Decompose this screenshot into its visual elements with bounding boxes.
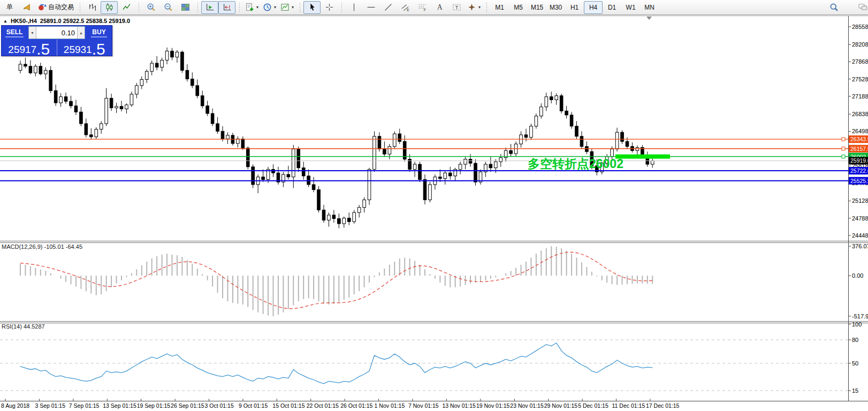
svg-text:13 Nov 01:15: 13 Nov 01:15 bbox=[442, 402, 476, 409]
chart-shift-button[interactable] bbox=[218, 1, 235, 14]
macd-indicator-label: MACD(12,26,9) -105.01 -64.45 bbox=[2, 243, 82, 250]
chat-icon bbox=[858, 3, 867, 12]
tf-M15-button[interactable]: M15 bbox=[528, 1, 546, 14]
horizontal-line-button[interactable] bbox=[362, 1, 379, 14]
shift-marker-icon[interactable] bbox=[646, 17, 652, 20]
fibonacci-button[interactable]: F bbox=[414, 1, 431, 14]
svg-text:80: 80 bbox=[852, 337, 858, 343]
svg-text:29 Nov 01:15: 29 Nov 01:15 bbox=[544, 402, 578, 409]
indicators-button[interactable]: ▾ bbox=[243, 1, 261, 14]
auto-scroll-button[interactable] bbox=[201, 1, 218, 14]
alert-horn-button[interactable] bbox=[18, 1, 35, 14]
horizontal-lines[interactable] bbox=[0, 138, 848, 181]
text-label-button[interactable]: T bbox=[448, 1, 465, 14]
svg-text:26343.9: 26343.9 bbox=[850, 136, 868, 142]
line-handle[interactable] bbox=[842, 155, 845, 158]
vertical-line-button[interactable] bbox=[345, 1, 362, 14]
collapse-icon[interactable]: ▲ bbox=[3, 19, 7, 24]
arrows-icon bbox=[467, 3, 476, 12]
svg-text:17 Dec 01:15: 17 Dec 01:15 bbox=[646, 402, 680, 409]
tf-W1-label: W1 bbox=[626, 4, 636, 11]
bar-chart-button[interactable] bbox=[83, 1, 101, 14]
tf-H1-button[interactable]: H1 bbox=[565, 1, 584, 14]
tf-D1-button[interactable]: D1 bbox=[603, 1, 621, 14]
price-axis[interactable]: 28558.028208.027868.027528.027188.026838… bbox=[848, 24, 868, 239]
svg-text:23 Nov 01:15: 23 Nov 01:15 bbox=[510, 402, 544, 409]
cursor-icon bbox=[308, 3, 317, 12]
chart-canvas[interactable]: 28558.028208.027868.027528.027188.026838… bbox=[0, 0, 868, 411]
tile-windows-button[interactable] bbox=[177, 1, 194, 14]
svg-text:22 Oct 01:15: 22 Oct 01:15 bbox=[307, 402, 339, 409]
chat-button[interactable] bbox=[854, 1, 868, 14]
svg-text:7 Nov 01:15: 7 Nov 01:15 bbox=[408, 402, 439, 409]
search-button[interactable] bbox=[825, 1, 842, 14]
tf-M5-button[interactable]: M5 bbox=[509, 1, 528, 14]
sell-button[interactable]: SELL bbox=[2, 26, 27, 40]
price-labels: 26343.926157.526002.225722.625525.925919… bbox=[849, 135, 868, 185]
tf-MN-button[interactable]: MN bbox=[640, 1, 659, 14]
autotrading-button[interactable]: 自动交易 bbox=[35, 1, 76, 14]
cursor-button[interactable] bbox=[303, 1, 321, 14]
svg-text:376.07: 376.07 bbox=[852, 243, 868, 249]
date-axis[interactable]: 8 Aug 20183 Sep 01:157 Sep 01:1513 Sep 0… bbox=[1, 399, 680, 409]
templates-button[interactable]: ▾ bbox=[278, 1, 296, 14]
templates-dropdown-icon[interactable]: ▾ bbox=[292, 5, 294, 10]
svg-text:25525.9: 25525.9 bbox=[850, 178, 868, 184]
svg-text:F: F bbox=[423, 8, 425, 12]
trendline-icon bbox=[384, 3, 393, 12]
text-button[interactable]: A bbox=[431, 1, 448, 14]
tf-MN-label: MN bbox=[644, 4, 654, 11]
arrows-dropdown-icon[interactable]: ▾ bbox=[478, 5, 481, 10]
svg-text:11 Dec 01:15: 11 Dec 01:15 bbox=[612, 402, 645, 409]
tf-M1-button[interactable]: M1 bbox=[490, 1, 509, 14]
tf-M30-button[interactable]: M30 bbox=[546, 1, 565, 14]
volume-up-button[interactable]: ▲ bbox=[77, 27, 85, 39]
tf-W1-button[interactable]: W1 bbox=[621, 1, 640, 14]
svg-text:1 Nov 01:15: 1 Nov 01:15 bbox=[375, 402, 405, 409]
new-order-button[interactable]: 单 bbox=[1, 1, 18, 14]
text-label-icon: T bbox=[452, 3, 461, 12]
sell-price[interactable]: 25917.5 bbox=[2, 40, 57, 56]
line-handle[interactable] bbox=[842, 138, 845, 141]
tf-M1-label: M1 bbox=[495, 4, 504, 11]
svg-text:27188.0: 27188.0 bbox=[852, 93, 868, 100]
autotrading-icon bbox=[37, 3, 47, 12]
periods-button[interactable]: ▾ bbox=[261, 1, 278, 14]
zoom-in-button[interactable] bbox=[142, 1, 159, 14]
volume-spinner: ▼ 0.10 ▲ bbox=[28, 26, 85, 39]
svg-text:28558.0: 28558.0 bbox=[852, 24, 868, 30]
chart-annotation: 多空转折点26002 bbox=[528, 156, 623, 172]
volume-down-button[interactable]: ▼ bbox=[29, 27, 36, 39]
alert-horn-icon bbox=[22, 3, 32, 12]
indicators-icon bbox=[245, 3, 254, 12]
periods-dropdown-icon[interactable]: ▾ bbox=[274, 5, 276, 10]
highlight-segment[interactable] bbox=[615, 155, 670, 159]
line-handle[interactable] bbox=[842, 147, 845, 150]
indicators-dropdown-icon[interactable]: ▾ bbox=[256, 5, 258, 10]
crosshair-button[interactable] bbox=[321, 1, 338, 14]
line-chart-button[interactable] bbox=[118, 1, 135, 14]
svg-text:26 Sep 01:15: 26 Sep 01:15 bbox=[171, 402, 204, 409]
buy-button[interactable]: BUY bbox=[86, 26, 112, 40]
candlestick-chart-button[interactable] bbox=[101, 1, 118, 14]
svg-text:25919.0: 25919.0 bbox=[850, 157, 868, 164]
chart-symbol-period: HK50-,H4 bbox=[11, 18, 37, 24]
trendline-button[interactable] bbox=[379, 1, 397, 14]
svg-text:5 Dec 01:15: 5 Dec 01:15 bbox=[578, 402, 608, 409]
zoom-out-button[interactable] bbox=[159, 1, 177, 14]
svg-text:28208.0: 28208.0 bbox=[852, 41, 868, 48]
chart-shift-icon bbox=[223, 3, 232, 12]
svg-text:8 Aug 2018: 8 Aug 2018 bbox=[1, 402, 29, 409]
tile-windows-icon bbox=[181, 3, 190, 12]
tf-D1-label: D1 bbox=[608, 4, 616, 11]
arrows-button[interactable]: ▾ bbox=[465, 1, 483, 14]
bar-chart-icon bbox=[88, 3, 97, 12]
tf-H4-button[interactable]: H4 bbox=[584, 1, 603, 14]
volume-input[interactable]: 0.10 bbox=[36, 27, 77, 39]
toolbar-separator bbox=[196, 3, 199, 12]
svg-text:26838.0: 26838.0 bbox=[852, 111, 868, 117]
buy-price[interactable]: 25931.5 bbox=[57, 40, 112, 56]
vertical-line-icon bbox=[349, 3, 359, 12]
svg-text:24788.0: 24788.0 bbox=[852, 215, 868, 222]
equidistant-channel-button[interactable]: E bbox=[397, 1, 414, 14]
